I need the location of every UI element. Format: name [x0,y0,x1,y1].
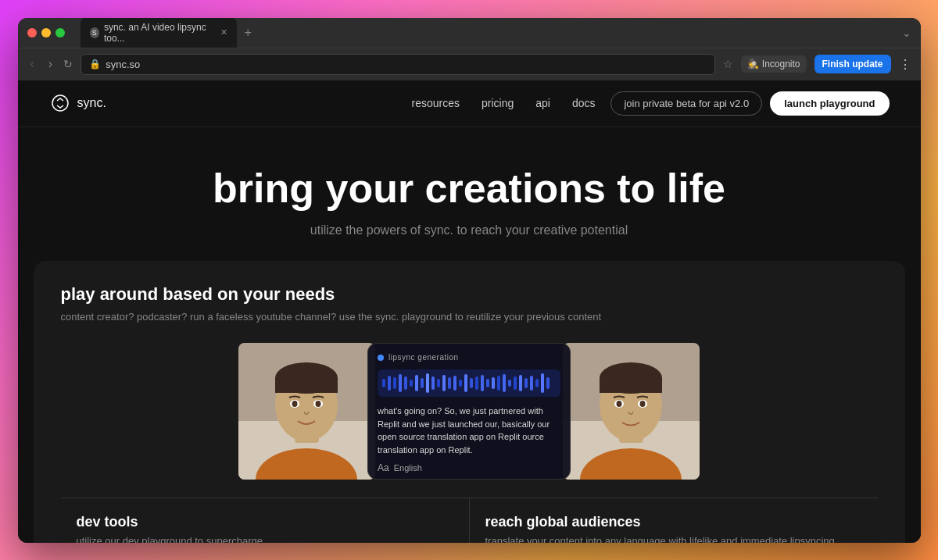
tab-close-icon[interactable]: ✕ [220,27,227,37]
browser-window: S sync. an AI video lipsync too... ✕ + ⌄… [18,18,921,543]
tab-title: sync. an AI video lipsync too... [104,22,216,44]
logo-text: sync. [77,96,106,110]
bottom-cards: dev tools utilize our dev playground to … [61,498,878,543]
svg-rect-19 [426,373,429,393]
language-label: English [394,463,422,473]
site-nav-links: resources pricing api docs [412,97,596,109]
svg-rect-37 [524,378,528,388]
browser-menu-button[interactable]: ⋮ [899,57,911,72]
svg-rect-15 [404,376,407,390]
main-section: play around based on your needs content … [34,261,905,543]
section-title: play around based on your needs [61,284,878,305]
dev-tools-card: dev tools utilize our dev playground to … [61,498,470,543]
svg-rect-13 [393,377,396,389]
svg-rect-20 [431,376,435,390]
nav-link-pricing[interactable]: pricing [482,97,514,109]
svg-rect-22 [442,375,446,391]
svg-rect-32 [497,376,500,391]
svg-rect-36 [519,375,522,391]
lipsync-card: lipsync generation [367,343,571,480]
svg-rect-39 [535,379,539,387]
hero-subtitle: utilize the powers of sync. to reach you… [34,223,905,237]
dev-tools-desc: utilize our dev playground to supercharg… [77,535,453,543]
tab-favicon: S [90,27,99,38]
address-bar: ‹ › ↻ 🔒 sync.so ☆ 🕵 Incognito Finish upd… [18,48,921,80]
svg-rect-17 [415,375,418,391]
traffic-lights [27,28,65,37]
back-button[interactable]: ‹ [27,54,38,74]
title-bar: S sync. an AI video lipsync too... ✕ + ⌄ [18,18,921,48]
finish-update-label: Finish update [822,59,883,70]
launch-playground-button[interactable]: launch playground [770,91,889,116]
site-logo: sync. [49,92,106,114]
svg-rect-48 [600,377,662,393]
svg-rect-29 [481,375,484,391]
svg-rect-41 [546,377,550,389]
svg-point-8 [292,401,298,407]
page-content: sync. resources pricing api docs join pr… [18,80,921,543]
svg-rect-6 [275,377,338,393]
refresh-button[interactable]: ↻ [63,58,73,70]
svg-rect-35 [514,376,517,390]
svg-rect-12 [388,376,391,391]
lock-icon: 🔒 [89,59,101,70]
svg-rect-24 [453,376,456,391]
svg-point-50 [617,401,622,407]
forward-button[interactable]: › [45,54,55,74]
incognito-label: Incognito [762,59,800,70]
left-face-thumbnail [238,343,375,480]
incognito-icon: 🕵 [747,59,759,70]
bookmark-button[interactable]: ☆ [723,58,733,70]
tab-list-icon[interactable]: ⌄ [902,27,911,39]
hero-title: bring your creations to life [34,166,905,211]
svg-rect-27 [470,378,473,388]
close-button[interactable] [27,28,37,37]
svg-rect-25 [459,380,462,387]
svg-rect-21 [437,379,440,387]
hero-section: bring your creations to life utilize the… [18,127,921,261]
svg-point-52 [640,401,646,407]
section-subtitle: content creator? podcaster? run a facele… [61,311,878,323]
minimize-button[interactable] [41,28,51,37]
svg-rect-31 [492,377,495,389]
finish-update-button[interactable]: Finish update [814,55,891,73]
aa-icon: Aa [378,462,389,473]
lipsync-label: lipsync generation [388,353,459,362]
global-audiences-desc: translate your content into any language… [485,535,862,543]
url-text: sync.so [106,59,140,70]
svg-rect-18 [421,378,424,388]
site-nav: sync. resources pricing api docs join pr… [18,80,921,127]
active-tab[interactable]: S sync. an AI video lipsync too... ✕ [81,18,237,48]
lipsync-indicator [378,355,384,361]
svg-rect-16 [410,380,413,387]
dev-tools-title: dev tools [77,514,453,530]
svg-rect-34 [508,380,511,387]
nav-link-docs[interactable]: docs [572,97,596,109]
waveform-visual [378,369,560,397]
logo-icon [49,92,71,114]
svg-rect-23 [448,377,451,389]
svg-rect-28 [475,376,478,390]
global-audiences-card: reach global audiences translate your co… [470,498,878,543]
incognito-button[interactable]: 🕵 Incognito [741,55,807,73]
svg-rect-40 [541,373,544,393]
nav-link-api[interactable]: api [535,97,550,109]
tab-bar: S sync. an AI video lipsync too... ✕ + ⌄ [81,18,911,48]
global-audiences-title: reach global audiences [485,514,862,530]
lipsync-header: lipsync generation [378,353,560,362]
svg-rect-26 [464,374,467,392]
join-beta-button[interactable]: join private beta for api v2.0 [610,91,762,116]
svg-rect-38 [530,376,533,391]
svg-rect-11 [382,379,385,387]
svg-point-10 [316,401,321,407]
new-tab-button[interactable]: + [240,24,256,41]
nav-link-resources[interactable]: resources [412,97,460,109]
right-face-thumbnail [563,343,700,480]
lipsync-text: what's going on? So, we just partnered w… [378,405,560,456]
svg-rect-33 [503,374,506,392]
url-bar[interactable]: 🔒 sync.so [81,54,715,75]
svg-rect-30 [486,379,489,387]
maximize-button[interactable] [55,28,65,37]
demo-area: lipsync generation [61,341,878,482]
svg-rect-14 [399,374,402,392]
